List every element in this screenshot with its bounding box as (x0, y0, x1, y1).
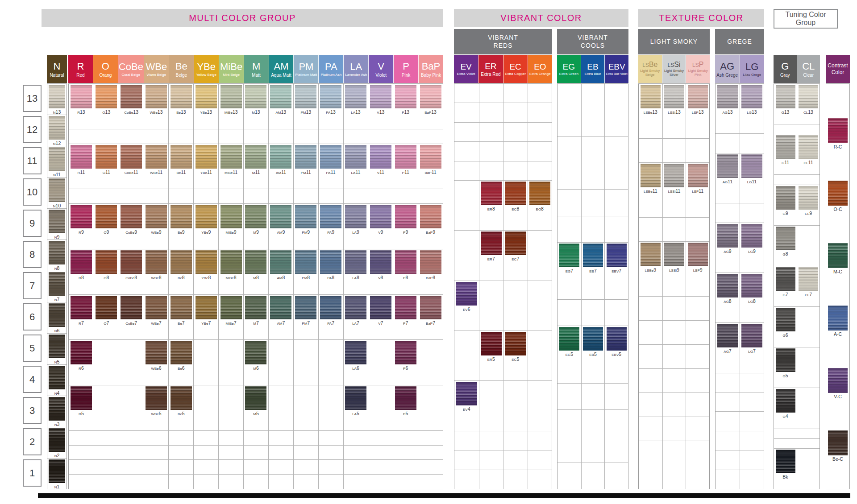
swatch-BaP7 (420, 296, 441, 319)
cell-EBV-11 (604, 136, 628, 163)
cell-CoBe-5 (119, 385, 144, 430)
swatch-PM9 (295, 205, 316, 228)
swatch-label-Bk: Bk (774, 473, 797, 479)
cell-P-2 (393, 459, 418, 474)
cell-LSSi-12 (662, 138, 686, 162)
cell-WBe-9: WBe9 (144, 203, 169, 249)
swatch-MiBe11 (220, 145, 242, 169)
cell-LA-5: LA5 (343, 385, 368, 430)
cell-R-11: R11 (69, 144, 94, 189)
cell-CL-3 (797, 429, 820, 438)
swatch-label-M9: M9 (244, 228, 268, 235)
cell-EB-6 (581, 299, 605, 326)
swatch-label-O11: O11 (94, 169, 119, 175)
swatch-label-CoBe9: CoBe9 (119, 228, 144, 235)
cell-AM-12 (268, 129, 293, 144)
cell-EG-5: EG5 (557, 326, 581, 383)
swatch-label-M-C: M-C (826, 268, 849, 274)
column-letter-YBe: YBe (197, 61, 216, 73)
cell-YBe-10 (193, 189, 218, 203)
cell-LSSi-13: LSSi13 (662, 84, 686, 138)
swatch-label-AM9: AM9 (269, 228, 293, 235)
cell-LSSi-3 (662, 417, 686, 441)
cell-LSSi-4 (662, 392, 686, 417)
cell-CoBe-11: CoBe11 (119, 144, 144, 189)
cell-G-7: G7 (774, 266, 797, 306)
swatch-label-EV4: EV4 (454, 405, 479, 412)
swatch-label-CoBe11: CoBe11 (119, 169, 144, 175)
swatch-label-CL13: CL13 (797, 108, 820, 115)
cell-CoBe-1 (119, 474, 144, 489)
cell-EG-11 (557, 136, 581, 163)
cell-CL-13: CL13 (797, 84, 820, 124)
cell-P-5: P5 (393, 385, 418, 430)
swatch-label-EC8: EC8 (503, 205, 528, 211)
cell-P-12 (393, 129, 418, 144)
swatch-label-EV6: EV6 (454, 306, 479, 312)
cell-BaP-4 (418, 430, 443, 445)
cell-G-6: G6 (774, 306, 797, 347)
swatch-label-N3: N3 (47, 421, 67, 427)
column-subtitle-BaP: Baby Pink (421, 73, 441, 78)
column-subtitle-LSP: Light Smoky Pink (686, 69, 709, 77)
column-subtitle-AM: Aqua Matt (271, 73, 291, 78)
cell-LSBe-7 (639, 320, 662, 344)
swatch-LA11 (345, 145, 366, 169)
swatch-ER8 (481, 182, 502, 205)
cell-LA-10 (343, 189, 368, 203)
swatch-EC7 (505, 231, 526, 255)
cell-ER-11 (479, 122, 503, 141)
cell-O-11: O11 (94, 144, 119, 189)
swatch-label-AG13: AG13 (716, 108, 740, 115)
swatch-N9 (49, 210, 65, 233)
column-letter-EBV: EBV (608, 62, 625, 72)
cell-G-5: G5 (774, 347, 797, 388)
cell-M-1 (243, 474, 268, 489)
cell-R-2 (69, 459, 94, 474)
cell-EG-6 (557, 299, 581, 326)
swatch-LG13 (741, 85, 762, 108)
cell-LSSi-9: LSSi9 (662, 241, 686, 296)
cell-CL-6 (797, 306, 820, 347)
swatch-label-AM11: AM11 (269, 169, 293, 175)
swatch-LA7 (345, 296, 366, 319)
cell-EC-13 (503, 84, 528, 103)
cell-V-13: V13 (368, 84, 393, 129)
cell-EC-10 (503, 141, 528, 161)
cell-LSP-11: LSP11 (686, 162, 709, 217)
cell-N-7: N7 (47, 271, 67, 302)
cell-R-8: R8 (69, 249, 94, 294)
swatch-G8 (776, 227, 795, 250)
cell-LG-12 (740, 133, 764, 153)
cell-EV-4: EV4 (454, 380, 479, 430)
cell-AG-3 (716, 431, 740, 450)
column-header-PM: PMPlatinum Matt (294, 55, 319, 83)
cell-R-4 (69, 430, 94, 445)
swatch-PM13 (295, 85, 316, 108)
column-header-EB: EBExtra Blue (581, 55, 605, 83)
cell-PA-10 (318, 189, 343, 203)
swatch-label-N6: N6 (47, 327, 67, 333)
column-header-EG: EGExtra Green (557, 55, 581, 83)
cell-M-13: M13 (243, 84, 268, 129)
cell-V-12 (368, 129, 393, 144)
cell-AG-13: AG13 (716, 84, 740, 133)
cell-PA-6 (318, 339, 343, 385)
cell-MiBe-12 (218, 129, 243, 144)
swatch-R7 (71, 296, 92, 319)
cell-AM-8: AM8 (268, 249, 293, 294)
cell-R-5: R5 (69, 385, 94, 430)
column-letter-AG: AG (720, 61, 734, 72)
swatch-label-WBe8: WBe8 (144, 274, 169, 280)
swatch-label-PM7: PM7 (294, 319, 318, 326)
swatch-label-O8: O8 (94, 274, 119, 280)
cell-PA-3 (318, 445, 343, 460)
cell-AG-7: AG7 (716, 322, 740, 372)
swatch-AM13 (270, 85, 291, 108)
cell-O-3 (94, 445, 119, 460)
cell-MiBe-8: MiBe8 (218, 249, 243, 294)
cell-Be-7: Be7 (168, 294, 193, 340)
cell-AG-2 (716, 450, 740, 469)
swatch-label-LA8: LA8 (344, 274, 368, 280)
swatch-label-WBe6: WBe6 (144, 364, 169, 371)
